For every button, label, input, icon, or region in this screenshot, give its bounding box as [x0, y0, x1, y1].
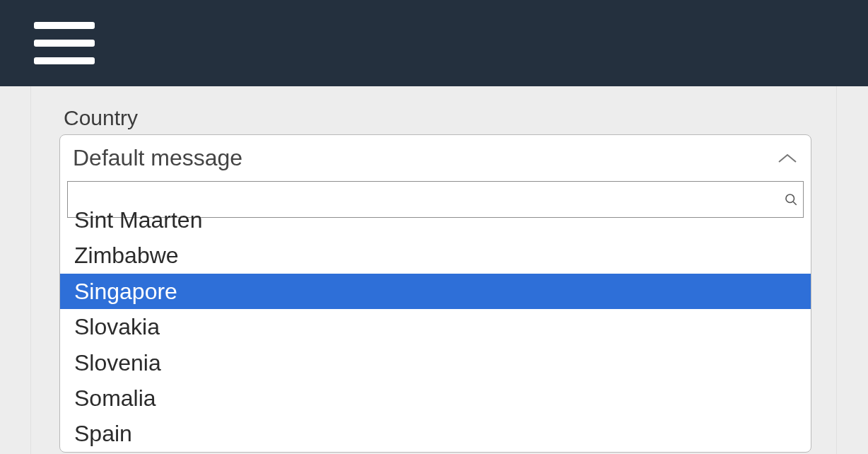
menu-hamburger-button[interactable] — [34, 22, 95, 64]
country-option-selected[interactable]: Singapore — [60, 274, 811, 309]
gutter-left — [0, 86, 31, 454]
hamburger-bar-icon — [34, 22, 95, 29]
svg-point-0 — [786, 194, 794, 203]
country-option[interactable]: Spain — [60, 416, 811, 451]
country-option[interactable]: Zimbabwe — [60, 238, 811, 273]
country-select[interactable]: Default message Sint Maarten Zimbabwe Si… — [59, 134, 811, 453]
svg-line-1 — [793, 202, 797, 205]
country-select-header[interactable]: Default message — [60, 135, 811, 181]
page-body: Country Default message Sint Maarten Zim — [0, 86, 868, 454]
country-option[interactable]: Somalia — [60, 380, 811, 416]
hamburger-bar-icon — [34, 57, 95, 64]
country-option[interactable]: Slovenia — [60, 345, 811, 380]
hamburger-bar-icon — [34, 40, 95, 47]
form-panel: Country Default message Sint Maarten Zim — [31, 86, 836, 454]
gutter-right — [836, 86, 868, 454]
top-bar — [0, 0, 868, 86]
country-field-label: Country — [64, 106, 138, 130]
chevron-up-icon — [777, 152, 798, 165]
country-select-value: Default message — [73, 145, 242, 171]
country-option[interactable]: Slovakia — [60, 309, 811, 344]
search-icon — [785, 187, 797, 212]
country-options-list[interactable]: Sint Maarten Zimbabwe Singapore Slovakia… — [60, 206, 811, 452]
